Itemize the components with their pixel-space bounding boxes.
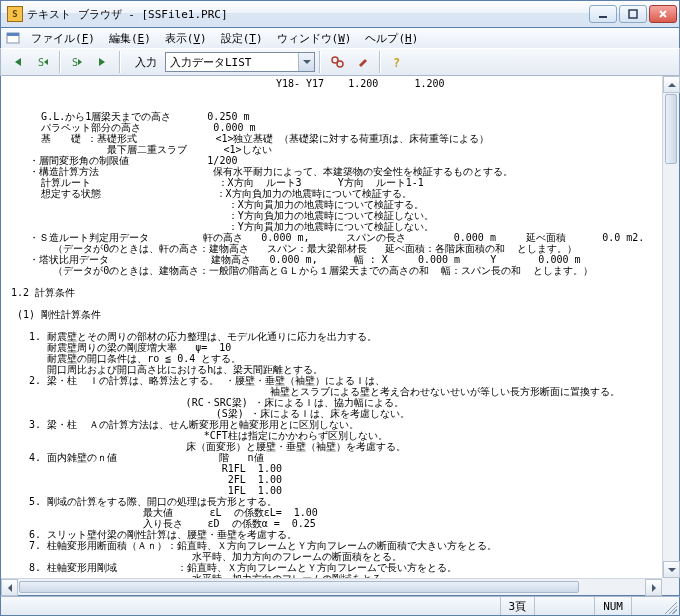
toolbar-label: 入力 bbox=[125, 55, 163, 70]
help-button[interactable]: ? bbox=[385, 51, 409, 73]
title-bar: S テキスト ブラウザ - [SSFile1.PRC] bbox=[0, 0, 680, 28]
client-area: Y18- Y17 1.200 1.200 G.L.から1層梁天までの高さ 0.2… bbox=[0, 76, 680, 596]
menu-view[interactable]: 表示(V) bbox=[159, 29, 213, 48]
svg-point-7 bbox=[337, 61, 343, 67]
settings-button[interactable] bbox=[351, 51, 375, 73]
nav-prev-button[interactable]: S bbox=[31, 51, 55, 73]
status-empty-2 bbox=[631, 597, 661, 615]
scroll-up-button[interactable] bbox=[663, 76, 680, 93]
menu-help[interactable]: ヘルプ(H) bbox=[359, 29, 424, 48]
menu-edit[interactable]: 編集(E) bbox=[103, 29, 157, 48]
menu-settings[interactable]: 設定(T) bbox=[215, 29, 269, 48]
data-selector-dropdown[interactable]: 入力データLIST bbox=[165, 52, 315, 72]
status-page: 3頁 bbox=[500, 597, 535, 615]
find-button[interactable] bbox=[325, 51, 349, 73]
scrollbar-vertical[interactable] bbox=[662, 76, 679, 578]
nav-next-button[interactable]: S bbox=[65, 51, 89, 73]
svg-rect-0 bbox=[599, 16, 607, 18]
menu-window[interactable]: ウィンドウ(W) bbox=[271, 29, 358, 48]
scrollbar-horizontal[interactable] bbox=[1, 578, 662, 595]
toolbar: S S 入力 入力データLIST ? bbox=[0, 48, 680, 76]
close-button[interactable] bbox=[649, 5, 677, 23]
document-body: Y18- Y17 1.200 1.200 G.L.から1層梁天までの高さ 0.2… bbox=[1, 76, 662, 578]
svg-rect-3 bbox=[7, 33, 19, 36]
chevron-down-icon bbox=[298, 53, 314, 71]
svg-text:?: ? bbox=[393, 56, 400, 69]
nav-first-button[interactable] bbox=[5, 51, 29, 73]
data-selector-value: 入力データLIST bbox=[166, 55, 298, 70]
scroll-right-button[interactable] bbox=[645, 579, 662, 596]
scroll-thumb-horizontal[interactable] bbox=[19, 581, 579, 593]
app-icon: S bbox=[7, 6, 23, 22]
scroll-corner bbox=[662, 578, 679, 595]
text-viewport[interactable]: Y18- Y17 1.200 1.200 G.L.から1層梁天までの高さ 0.2… bbox=[1, 76, 662, 578]
minimize-button[interactable] bbox=[589, 5, 617, 23]
system-menu-icon[interactable] bbox=[5, 30, 21, 46]
scroll-thumb-vertical[interactable] bbox=[665, 94, 677, 164]
scroll-left-button[interactable] bbox=[1, 579, 18, 596]
maximize-button[interactable] bbox=[619, 5, 647, 23]
status-bar: 3頁 NUM bbox=[0, 596, 680, 616]
nav-last-button[interactable] bbox=[91, 51, 115, 73]
menu-bar: ファイル(F) 編集(E) 表示(V) 設定(T) ウィンドウ(W) ヘルプ(H… bbox=[0, 28, 680, 48]
svg-text:S: S bbox=[38, 57, 44, 68]
svg-text:S: S bbox=[72, 57, 78, 68]
scroll-down-button[interactable] bbox=[663, 561, 680, 578]
menu-file[interactable]: ファイル(F) bbox=[25, 29, 101, 48]
svg-rect-1 bbox=[629, 10, 637, 18]
status-empty-1 bbox=[534, 597, 594, 615]
window-title: テキスト ブラウザ - [SSFile1.PRC] bbox=[27, 7, 589, 22]
resize-grip-icon[interactable] bbox=[661, 598, 677, 614]
status-numlock: NUM bbox=[594, 597, 631, 615]
